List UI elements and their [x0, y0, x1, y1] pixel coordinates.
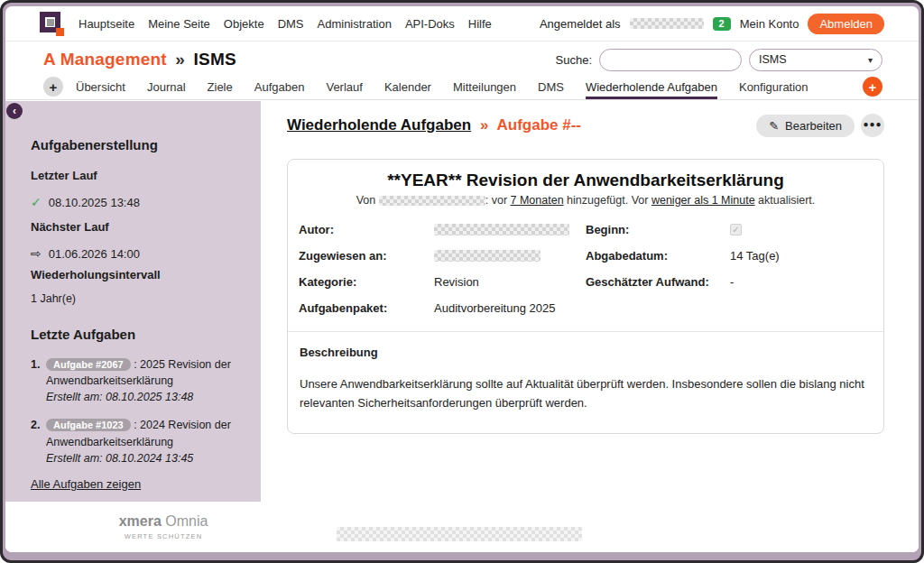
new-object-button[interactable]: +: [863, 77, 882, 97]
logout-button[interactable]: Abmelden: [808, 14, 884, 34]
tab-ziele[interactable]: Ziele: [208, 74, 233, 99]
search-input[interactable]: [599, 49, 742, 71]
pencil-icon: ✎: [769, 119, 779, 133]
task-number: 1.: [31, 356, 46, 373]
next-run-label: Nächster Lauf: [31, 220, 245, 234]
content-breadcrumb: Wiederholende Aufgaben » Aufgabe #--: [287, 116, 581, 134]
footer-brand: xmera Omnia WERTE SCHÜTZEN: [114, 513, 213, 540]
updated-time-link[interactable]: weniger als 1 Minute: [651, 194, 755, 207]
last-run-label: Letzter Lauf: [31, 169, 245, 182]
task-badge[interactable]: Aufgabe #2067: [46, 358, 131, 371]
check-icon: ✓: [732, 225, 739, 235]
field-label: Abgabedatum:: [586, 249, 730, 263]
task-created-date: Erstellt am: 08.10.2024 13:45: [46, 450, 245, 466]
current-task-label: Aufgabe #--: [496, 116, 581, 134]
notification-count-badge[interactable]: 2: [713, 17, 731, 31]
project-header-row: A Management » ISMS Suche: ISMS ▾: [5, 42, 919, 74]
scope-select[interactable]: ISMS ▾: [749, 49, 882, 71]
ellipsis-icon: ●●●: [863, 119, 882, 129]
main-menu: Hauptseite Meine Seite Objekte DMS Admin…: [79, 17, 492, 31]
menu-item-meine-seite[interactable]: Meine Seite: [148, 17, 210, 31]
task-card: **YEAR** Revision der Anwendbarkeitserkl…: [287, 159, 884, 434]
edit-button[interactable]: ✎ Bearbeiten: [756, 115, 855, 137]
tab-uebersicht[interactable]: Übersicht: [76, 74, 125, 99]
logo-inner-square: [47, 19, 54, 26]
logo-orange-square: [56, 28, 64, 36]
field-estimated-effort: Geschätzter Aufwand: -: [586, 275, 873, 289]
sidebar: ‹ Aufgabenerstellung Letzter Lauf ✓ 08.1…: [5, 101, 261, 502]
redacted-username[interactable]: [630, 18, 704, 29]
byline-von: Von: [356, 194, 376, 207]
content-header: Wiederholende Aufgaben » Aufgabe #-- ✎ B…: [287, 114, 884, 137]
field-label: Kategorie:: [299, 275, 434, 289]
tab-journal[interactable]: Journal: [147, 74, 186, 99]
begin-checkbox[interactable]: ✓: [730, 224, 742, 235]
breadcrumb-separator: »: [175, 50, 185, 69]
field-label: Aufgabenpaket:: [299, 301, 434, 315]
chevron-left-icon: ‹: [13, 105, 16, 117]
description-section: Beschreibung Unsere Anwendbarkeitserklär…: [288, 331, 883, 433]
more-actions-button[interactable]: ●●●: [861, 114, 884, 137]
redacted-author: [379, 196, 485, 206]
logged-in-label: Angemeldet als: [540, 17, 621, 31]
field-begin: Beginn: ✓: [586, 223, 873, 236]
field-value: -: [730, 275, 734, 289]
brand-light: Omnia: [165, 513, 208, 529]
top-navigation: Hauptseite Meine Seite Objekte DMS Admin…: [5, 6, 919, 42]
recent-tasks-list: 1.Aufgabe #2067 : 2025 Revision der Anwe…: [31, 356, 245, 466]
tab-kalender[interactable]: Kalender: [384, 74, 431, 99]
project-tab-bar: + Übersicht Journal Ziele Aufgaben Verla…: [5, 74, 919, 100]
menu-item-administration[interactable]: Administration: [318, 17, 392, 31]
main-content: Wiederholende Aufgaben » Aufgabe #-- ✎ B…: [261, 101, 919, 502]
chevron-down-icon: ▾: [868, 55, 873, 65]
menu-item-dms[interactable]: DMS: [278, 17, 304, 31]
brand-name: xmera Omnia: [114, 513, 213, 530]
field-label: Zugewiesen an:: [299, 249, 434, 263]
redacted-author-value: [434, 224, 569, 235]
task-byline: Von : vor 7 Monaten hinzugefügt. Vor wen…: [288, 194, 883, 207]
task-number: 2.: [31, 417, 46, 433]
redacted-assignee-value: [434, 250, 541, 262]
task-list-item: 2.Aufgabe #1023 : 2024 Revision der Anwe…: [31, 417, 245, 466]
fields-right-column: Beginn: ✓ Abgabedatum: 14 Tag(e) Geschät…: [586, 223, 873, 328]
field-label: Beginn:: [586, 223, 730, 236]
field-value: 14 Tag(e): [730, 249, 780, 263]
menu-item-api-doks[interactable]: API-Doks: [405, 17, 455, 31]
last-run-value: 08.10.2025 13:48: [49, 196, 140, 209]
menu-item-hilfe[interactable]: Hilfe: [468, 17, 492, 31]
tab-konfiguration[interactable]: Konfiguration: [739, 74, 808, 99]
my-account-link[interactable]: Mein Konto: [740, 17, 799, 31]
page-content: Hauptseite Meine Seite Objekte DMS Admin…: [5, 6, 919, 552]
sidebar-collapse-button[interactable]: ‹: [6, 103, 23, 119]
menu-item-hauptseite[interactable]: Hauptseite: [79, 17, 134, 31]
added-time-link[interactable]: 7 Monaten: [511, 194, 564, 207]
tab-mitteilungen[interactable]: Mitteilungen: [453, 74, 516, 99]
interval-label: Wiederholungsintervall: [31, 268, 245, 282]
tabs-plus-button[interactable]: +: [43, 77, 63, 97]
task-title: **YEAR** Revision der Anwendbarkeitserkl…: [288, 171, 883, 190]
menu-item-objekte[interactable]: Objekte: [224, 17, 264, 31]
byline-updated-suffix: aktualisiert.: [758, 194, 815, 207]
field-label: Geschätzter Aufwand:: [586, 275, 730, 289]
byline-added-suffix: hinzugefügt. Vor: [567, 194, 648, 207]
field-value: Auditvorbereitung 2025: [434, 301, 555, 315]
browser-window: Hauptseite Meine Seite Objekte DMS Admin…: [0, 0, 924, 563]
tab-verlauf[interactable]: Verlauf: [326, 74, 362, 99]
task-badge[interactable]: Aufgabe #1023: [46, 419, 131, 431]
task-list-item: 1.Aufgabe #2067 : 2025 Revision der Anwe…: [31, 356, 245, 405]
search-area: Suche: ISMS ▾: [556, 49, 882, 71]
description-text: Unsere Anwendbarkeitserklärung sollte au…: [300, 374, 872, 413]
subproject-name: ISMS: [194, 50, 236, 69]
field-value: Revision: [434, 275, 479, 289]
xmera-logo[interactable]: [40, 12, 64, 36]
recurring-tasks-link[interactable]: Wiederholende Aufgaben: [287, 116, 471, 134]
project-link[interactable]: A Management: [43, 50, 167, 69]
check-icon: ✓: [31, 195, 42, 209]
field-label: Autor:: [299, 223, 434, 236]
tab-wiederholende-aufgaben[interactable]: Wiederholende Aufgaben: [586, 74, 717, 99]
task-fields: Autor: Zugewiesen an: Kategorie: Revisio…: [288, 207, 883, 331]
tab-dms[interactable]: DMS: [538, 74, 564, 99]
all-tasks-link[interactable]: Alle Aufgaben zeigen: [31, 477, 141, 491]
byline-vor: : vor: [485, 194, 507, 207]
tab-aufgaben[interactable]: Aufgaben: [254, 74, 305, 99]
